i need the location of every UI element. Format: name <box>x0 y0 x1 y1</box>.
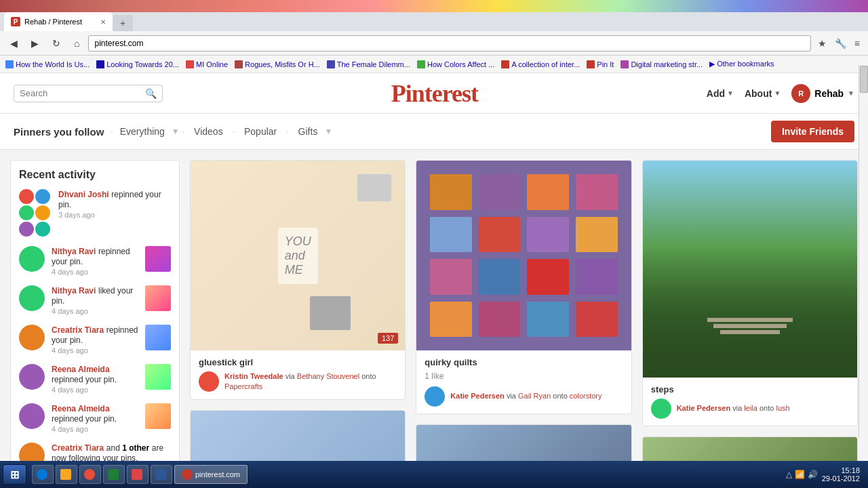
reload-btn[interactable]: ↻ <box>47 36 65 51</box>
activity-name-6[interactable]: Reena Almeida <box>52 404 110 413</box>
top-decoration <box>0 0 868 12</box>
tray-icons: △ 📶 🔊 <box>786 470 818 479</box>
attr-text-steps: Katie Pedersen via leila onto lush <box>677 403 790 413</box>
quilt-square <box>430 174 472 210</box>
home-btn[interactable]: ⌂ <box>69 36 84 51</box>
network-icon[interactable]: 📶 <box>795 470 805 479</box>
add-button[interactable]: Add ▼ <box>707 88 734 99</box>
avatar-1e <box>19 222 34 237</box>
extensions-icon[interactable]: 🔧 <box>832 37 849 50</box>
taskbar-pinterest-btn[interactable]: pinterest.com <box>174 465 248 484</box>
activity-time-4: 4 days ago <box>52 346 138 354</box>
word-icon <box>155 469 166 480</box>
attr-via-steps[interactable]: leila <box>744 404 757 412</box>
taskbar-ppt-btn[interactable] <box>127 465 149 484</box>
tray-clock[interactable]: 15:18 29-01-2012 <box>822 466 860 483</box>
search-button[interactable]: 🔍 <box>145 88 157 99</box>
menu-icon[interactable]: ≡ <box>852 37 863 50</box>
activity-name-5[interactable]: Reena Almeida <box>52 365 110 374</box>
show-desktop-icon[interactable]: △ <box>786 470 792 479</box>
activity-item-5: Reena Almeida repinned your pin. 4 days … <box>19 364 171 394</box>
quilt-square <box>430 259 472 295</box>
search-input[interactable] <box>20 88 141 98</box>
pin-info-steps: steps Katie Pedersen via leila onto lush <box>643 378 857 426</box>
ie-icon <box>37 469 47 480</box>
new-tab-btn[interactable]: + <box>113 15 133 31</box>
scrollbar-thumb[interactable] <box>860 66 868 93</box>
bookmark-star-icon[interactable]: ★ <box>815 37 829 50</box>
pin-column-1: YOUandME 137 gluestick girl <box>190 160 406 488</box>
activity-name-3[interactable]: Nithya Ravi <box>52 286 96 296</box>
attr-avatar-scrapbook <box>199 371 219 392</box>
attr-name-quilt[interactable]: Katie Pedersen <box>450 392 504 400</box>
taskbar-word-btn[interactable] <box>151 465 172 484</box>
attr-name-scrapbook[interactable]: Kristin Tweedale <box>224 372 283 380</box>
taskbar-ie-btn[interactable] <box>32 465 54 484</box>
back-btn[interactable]: ◀ <box>5 36 22 51</box>
quilt-square <box>479 217 521 253</box>
activity-name-7[interactable]: Creatrix Tiara <box>52 443 104 453</box>
pin-thumb-4 <box>145 325 171 350</box>
volume-icon[interactable]: 🔊 <box>808 470 818 479</box>
activity-text-1: Dhvani Joshi repinned your pin. 3 days a… <box>58 189 171 219</box>
attr-via-quilt[interactable]: Gail Ryan <box>518 392 551 400</box>
subnav-gifts[interactable]: Gifts <box>292 126 325 137</box>
quilt-square <box>576 174 618 210</box>
active-tab[interactable]: P Rehab / Pinterest ✕ <box>4 12 113 31</box>
attr-board-scrapbook[interactable]: Papercrafts <box>224 382 262 390</box>
taskbar-excel-btn[interactable] <box>103 465 125 484</box>
pin-attribution-scrapbook: Kristin Tweedale via Bethany Stouvenel o… <box>199 371 397 392</box>
bookmark-other[interactable]: ▶ Other bookmarks <box>709 60 774 68</box>
tab-close-btn[interactable]: ✕ <box>100 18 106 26</box>
address-bar[interactable] <box>88 35 810 52</box>
avatar-2 <box>19 246 45 272</box>
avatar-3 <box>19 285 45 311</box>
add-dropdown-arrow: ▼ <box>727 89 734 97</box>
activity-name-2[interactable]: Nithya Ravi <box>52 247 96 256</box>
activity-name-4[interactable]: Creatrix Tiara <box>52 325 104 335</box>
bookmark-8[interactable]: Pin It <box>587 60 614 68</box>
avatar-1a <box>19 189 34 204</box>
bookmark-4[interactable]: Rogues, Misfits Or H... <box>235 60 320 68</box>
quilt-square <box>527 259 569 295</box>
pinterest-app: 🔍 Pinterest Add ▼ About ▼ R Rehab ▼ <box>0 73 868 488</box>
activity-action-6: repinned your pin. <box>52 414 117 424</box>
activity-name-1[interactable]: Dhvani Joshi <box>58 190 109 199</box>
bookmark-2[interactable]: Looking Towards 20... <box>96 60 179 68</box>
attr-via-scrapbook[interactable]: Bethany Stouvenel <box>297 372 359 380</box>
avatar-1f <box>35 222 50 237</box>
bookmark-1[interactable]: How the World Is Us... <box>5 60 90 68</box>
bookmark-4-icon <box>235 60 243 68</box>
quilt-square <box>430 217 472 253</box>
subnav-everything[interactable]: Everything <box>113 126 172 137</box>
attr-board-quilt[interactable]: colorstory <box>570 392 602 400</box>
browser-toolbar: ◀ ▶ ↻ ⌂ ★ 🔧 ≡ <box>0 31 868 56</box>
bookmark-2-icon <box>96 60 104 68</box>
attr-name-steps[interactable]: Katie Pedersen <box>677 404 730 412</box>
scrollbar-track[interactable] <box>859 65 868 438</box>
subnav-popular[interactable]: Popular <box>237 126 283 137</box>
forward-btn[interactable]: ▶ <box>26 36 43 51</box>
bookmark-6[interactable]: How Colors Affect ... <box>417 60 494 68</box>
ppt-icon <box>132 469 142 480</box>
invite-friends-btn[interactable]: Invite Friends <box>771 121 854 142</box>
pinners-label: Pinners you follow <box>14 126 104 138</box>
bookmark-5[interactable]: The Female Dilemm... <box>327 60 410 68</box>
attr-board-steps[interactable]: lush <box>776 404 789 412</box>
subnav-videos[interactable]: Videos <box>187 126 230 137</box>
pin-card-scrapbook: YOUandME 137 gluestick girl <box>190 160 406 400</box>
about-button[interactable]: About ▼ <box>745 88 781 99</box>
avatar-1d <box>35 205 50 220</box>
user-menu[interactable]: R Rehab ▼ <box>791 84 854 103</box>
taskbar-explorer-btn[interactable] <box>56 465 77 484</box>
about-dropdown-arrow: ▼ <box>774 89 781 97</box>
bookmark-7[interactable]: A collection of inter... <box>501 60 580 68</box>
taskbar-wmp-btn[interactable] <box>79 465 101 484</box>
start-button[interactable]: ⊞ <box>3 464 26 485</box>
bookmark-3[interactable]: MI Online <box>186 60 228 68</box>
tab-favicon: P <box>11 17 20 26</box>
pin-attribution-steps: Katie Pedersen via leila onto lush <box>651 399 849 419</box>
bookmark-9[interactable]: Digital marketing str... <box>620 60 703 68</box>
browser-chrome: P Rehab / Pinterest ✕ + ◀ ▶ ↻ ⌂ ★ 🔧 ≡ Ho… <box>0 12 868 488</box>
quilt-square <box>527 174 569 210</box>
